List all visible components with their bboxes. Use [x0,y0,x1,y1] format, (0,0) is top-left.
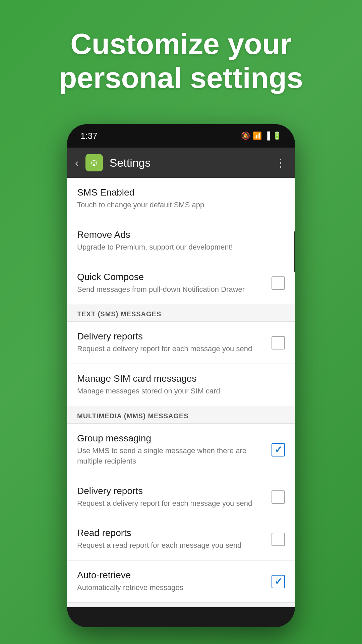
setting-title-delivery-reports-sms: Delivery reports [77,331,265,342]
setting-item-group-messaging[interactable]: Group messagingUse MMS to send a single … [67,424,295,476]
checkbox-auto-retrieve[interactable] [272,575,285,588]
checkbox-delivery-reports-mms[interactable] [272,490,285,504]
wifi-icon: 📶 [253,131,262,140]
setting-item-manage-sim[interactable]: Manage SIM card messagesManage messages … [67,364,295,406]
section-header-section-sms: TEXT (SMS) MESSAGES [67,304,295,322]
setting-item-delivery-reports-sms[interactable]: Delivery reportsRequest a delivery repor… [67,322,295,364]
setting-desc-manage-sim: Manage messages stored on your SIM card [77,386,285,396]
app-bar-title: Settings [110,156,268,169]
section-header-text: TEXT (SMS) MESSAGES [77,310,161,318]
setting-item-remove-ads[interactable]: Remove AdsUpgrade to Premium, support ou… [67,220,295,262]
setting-text-delivery-reports-sms: Delivery reportsRequest a delivery repor… [77,331,265,354]
hero-line2: personal settings [59,61,303,94]
signal-icon: ▐ [264,131,270,140]
setting-title-read-reports: Read reports [77,528,265,538]
setting-desc-auto-retrieve: Automatically retrieve messages [77,583,265,593]
section-header-section-mms: MULTIMEDIA (MMS) MESSAGES [67,406,295,424]
setting-text-read-reports: Read reportsRequest a read report for ea… [77,528,265,551]
checkbox-delivery-reports-sms[interactable] [272,336,285,350]
setting-item-quick-compose[interactable]: Quick ComposeSend messages from pull-dow… [67,262,295,305]
setting-text-group-messaging: Group messagingUse MMS to send a single … [77,433,265,467]
setting-desc-quick-compose: Send messages from pull-down Notificatio… [77,284,265,295]
setting-title-quick-compose: Quick Compose [77,272,265,282]
settings-list: SMS EnabledTouch to change your default … [67,178,295,607]
setting-title-sms-enabled: SMS Enabled [77,187,285,198]
status-bar: 1:37 🔕 📶 ▐ 🔋 [67,124,295,148]
setting-desc-delivery-reports-mms: Request a delivery report for each messa… [77,498,265,509]
setting-text-quick-compose: Quick ComposeSend messages from pull-dow… [77,272,265,295]
battery-icon: 🔋 [273,131,282,140]
phone-frame: 1:37 🔕 📶 ▐ 🔋 ‹ ☺ Settings ⋮ SMS EnabledT… [67,124,295,627]
setting-desc-read-reports: Request a read report for each message y… [77,540,265,551]
setting-text-manage-sim: Manage SIM card messagesManage messages … [77,373,285,396]
back-button[interactable]: ‹ [75,157,79,169]
setting-item-delivery-reports-mms[interactable]: Delivery reportsRequest a delivery repor… [67,476,295,519]
setting-text-auto-retrieve: Auto-retrieveAutomatically retrieve mess… [77,570,265,593]
setting-text-delivery-reports-mms: Delivery reportsRequest a delivery repor… [77,486,265,509]
mute-icon: 🔕 [241,131,250,140]
hero-section: Customize your personal settings [0,27,362,95]
setting-item-sms-enabled[interactable]: SMS EnabledTouch to change your default … [67,178,295,220]
setting-title-manage-sim: Manage SIM card messages [77,373,285,384]
setting-item-auto-retrieve[interactable]: Auto-retrieveAutomatically retrieve mess… [67,560,295,603]
overflow-menu-button[interactable]: ⋮ [275,156,287,169]
setting-title-delivery-reports-mms: Delivery reports [77,486,265,496]
setting-text-remove-ads: Remove AdsUpgrade to Premium, support ou… [77,229,285,253]
section-header-text: MULTIMEDIA (MMS) MESSAGES [77,412,189,420]
app-logo-icon: ☺ [89,157,99,168]
setting-title-remove-ads: Remove Ads [77,229,285,240]
status-icons: 🔕 📶 ▐ 🔋 [241,131,282,140]
status-time: 1:37 [80,131,98,141]
app-logo: ☺ [85,154,103,171]
side-button [294,231,295,272]
setting-desc-sms-enabled: Touch to change your default SMS app [77,200,285,210]
setting-title-auto-retrieve: Auto-retrieve [77,570,265,581]
hero-line1: Customize your [70,27,292,60]
checkbox-quick-compose[interactable] [272,276,285,290]
setting-title-group-messaging: Group messaging [77,433,265,444]
setting-text-sms-enabled: SMS EnabledTouch to change your default … [77,187,285,210]
phone-bottom [67,607,295,627]
app-bar: ‹ ☺ Settings ⋮ [67,148,295,178]
setting-desc-delivery-reports-sms: Request a delivery report for each messa… [77,344,265,354]
setting-desc-remove-ads: Upgrade to Premium, support our developm… [77,242,285,253]
checkbox-group-messaging[interactable] [272,443,285,457]
setting-item-read-reports[interactable]: Read reportsRequest a read report for ea… [67,518,295,560]
setting-desc-group-messaging: Use MMS to send a single message when th… [77,446,265,467]
checkbox-read-reports[interactable] [272,533,285,546]
